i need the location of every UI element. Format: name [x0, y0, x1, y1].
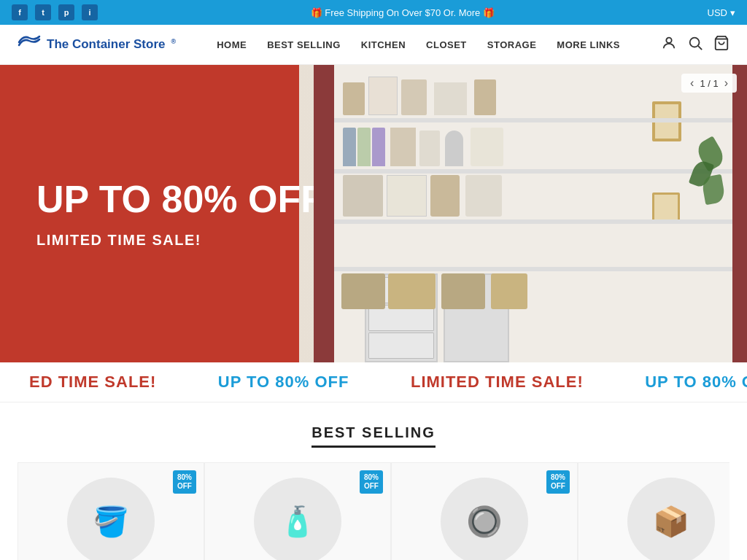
- product-card-0[interactable]: 80%OFF 🪣: [18, 462, 204, 560]
- product-image-2: 🔘: [441, 478, 528, 560]
- logo-icon: [18, 34, 41, 55]
- product-row: 80%OFF 🪣 80%OFF 🧴 80%OFF 🔘 80%OFF 📦: [18, 462, 729, 560]
- ticker-inner: ED TIME SALE! UP TO 80% OFF LIMITED TIME…: [0, 373, 747, 392]
- hero-text: UP TO 80% OFF LIMITED TIME SALE!: [0, 149, 359, 278]
- product-card-3[interactable]: 80%OFF 📦: [578, 462, 729, 560]
- slide-controls: ‹ 1 / 1 ›: [681, 74, 737, 93]
- product-card-1[interactable]: 80%OFF 🧴: [204, 462, 391, 560]
- ticker-bar: ED TIME SALE! UP TO 80% OFF LIMITED TIME…: [0, 362, 747, 402]
- logo[interactable]: The Container Store ®: [18, 34, 176, 55]
- twitter-icon[interactable]: t: [35, 4, 51, 20]
- account-icon[interactable]: [661, 35, 677, 55]
- slide-next-button[interactable]: ›: [723, 77, 729, 90]
- nav-kitchen[interactable]: KITCHEN: [361, 39, 406, 50]
- hero-main-text: UP TO 80% OFF: [36, 179, 330, 220]
- product-card-2[interactable]: 80%OFF 🔘: [391, 462, 578, 560]
- currency-selector[interactable]: USD ▾: [708, 7, 735, 18]
- slide-prev-button[interactable]: ‹: [689, 77, 695, 90]
- discount-badge-2: 80%OFF: [546, 470, 570, 494]
- nav-best-selling[interactable]: BEST SELLING: [267, 39, 341, 50]
- product-image-3: 📦: [627, 478, 715, 560]
- ticker-item-0: ED TIME SALE!: [29, 373, 156, 392]
- main-nav: HOME BEST SELLING KITCHEN CLOSET STORAGE…: [217, 39, 620, 50]
- discount-badge-1: 80%OFF: [360, 470, 383, 494]
- nav-closet[interactable]: CLOSET: [426, 39, 467, 50]
- instagram-icon[interactable]: i: [82, 4, 98, 20]
- currency-label: USD: [708, 7, 727, 18]
- header: The Container Store ® HOME BEST SELLING …: [0, 25, 747, 65]
- pinterest-icon[interactable]: p: [58, 4, 74, 20]
- logo-text: The Container Store: [47, 37, 165, 52]
- best-selling-section: BEST SELLING 80%OFF 🪣 80%OFF 🧴 80%OFF 🔘 …: [0, 402, 747, 560]
- facebook-icon[interactable]: f: [12, 4, 28, 20]
- nav-home[interactable]: HOME: [217, 39, 247, 50]
- search-icon[interactable]: [687, 35, 703, 55]
- hero-banner: UP TO 80% OFF LIMITED TIME SALE!: [0, 65, 747, 362]
- currency-chevron-icon: ▾: [730, 7, 735, 18]
- hero-sub-text: LIMITED TIME SALE!: [36, 232, 330, 249]
- section-title: BEST SELLING: [311, 424, 436, 448]
- hero-image: [299, 65, 747, 362]
- ticker-item-3: UP TO 80% OF: [645, 373, 747, 392]
- discount-badge-0: 80%OFF: [173, 470, 196, 494]
- slide-counter: 1 / 1: [700, 78, 718, 89]
- shipping-notice: 🎁 Free Shipping On Over $70 Or. More 🎁: [98, 7, 708, 18]
- ticker-item-1: UP TO 80% OFF: [218, 373, 349, 392]
- header-actions: [661, 35, 729, 55]
- nav-more-links[interactable]: MORE LINKS: [557, 39, 620, 50]
- social-links: f t p i: [12, 4, 98, 20]
- nav-storage[interactable]: STORAGE: [487, 39, 537, 50]
- svg-point-1: [690, 37, 700, 47]
- cart-icon[interactable]: [713, 35, 729, 55]
- ticker-item-2: LIMITED TIME SALE!: [411, 373, 584, 392]
- product-image-1: 🧴: [254, 478, 341, 560]
- svg-line-2: [698, 46, 702, 50]
- top-bar: f t p i 🎁 Free Shipping On Over $70 Or. …: [0, 0, 747, 25]
- svg-point-0: [666, 37, 671, 42]
- product-image-0: 🪣: [67, 478, 155, 560]
